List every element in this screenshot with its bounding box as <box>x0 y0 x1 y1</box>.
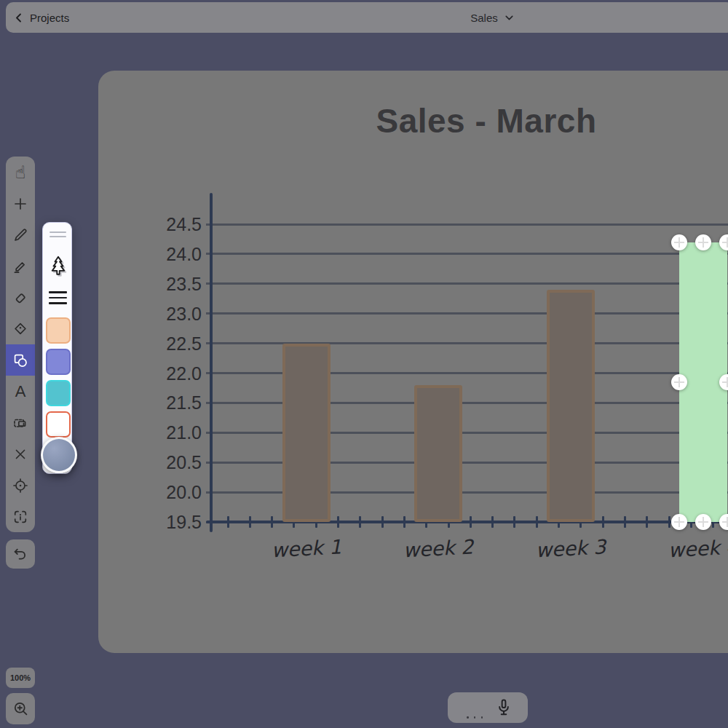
y-axis-label: 21.5 <box>157 392 202 414</box>
color-swatch-white[interactable] <box>46 411 71 438</box>
record-button[interactable] <box>467 699 482 714</box>
y-axis-label: 23.0 <box>157 304 202 325</box>
undo-button[interactable] <box>6 539 35 569</box>
zoom-level-badge: 100% <box>6 668 35 688</box>
y-axis-label: 22.5 <box>157 333 202 355</box>
x-axis-label: week 4 <box>655 535 728 563</box>
color-swatch-peach[interactable] <box>46 317 71 344</box>
touch-cursor-indicator <box>41 437 77 473</box>
y-axis-label: 24.0 <box>157 244 202 265</box>
gridline-y-23.0 <box>206 312 728 314</box>
x-axis-tick <box>359 516 361 528</box>
y-axis-label: 19.5 <box>157 512 202 533</box>
x-axis-tick <box>536 516 538 528</box>
microphone-icon <box>493 697 515 719</box>
hand-tool[interactable]: ☝ <box>6 157 35 188</box>
app-window: Projects Sales Sales - March 19.520.020.… <box>0 0 728 728</box>
top-bar: Projects Sales <box>6 2 728 33</box>
y-axis-label: 21.0 <box>157 422 202 443</box>
stroke-options-button[interactable] <box>49 291 67 308</box>
bar-week-1[interactable] <box>282 344 331 522</box>
x-axis-tick <box>491 516 494 528</box>
selection-handle[interactable] <box>671 514 687 530</box>
zoom-in-button[interactable] <box>6 693 35 724</box>
selection-handle[interactable] <box>671 234 687 250</box>
record-ellipsis-icon <box>467 716 483 719</box>
capture-info-tool[interactable] <box>6 501 35 532</box>
magnifier-plus-icon <box>12 700 30 718</box>
x-axis-tick <box>271 516 273 528</box>
gridline-y-23.5 <box>206 282 728 285</box>
highlighter-tool[interactable] <box>6 250 35 282</box>
delete-tool[interactable] <box>6 438 35 470</box>
color-swatch-teal[interactable] <box>46 380 71 406</box>
y-axis-label: 22.0 <box>157 363 202 384</box>
tree-shape-icon <box>47 254 70 282</box>
recorder-pill <box>448 692 528 723</box>
x-axis-tick <box>646 516 648 528</box>
panel-drag-handle[interactable] <box>50 232 66 240</box>
y-axis-label: 23.5 <box>157 274 202 295</box>
selection-handle[interactable] <box>671 374 687 390</box>
laser-pointer-tool[interactable] <box>6 470 35 501</box>
text-tool[interactable]: A <box>6 376 35 407</box>
x-axis-tick <box>227 516 229 528</box>
x-axis-tick <box>602 516 604 528</box>
x-axis-tick <box>403 516 405 528</box>
tool-rail: ☝A <box>6 157 35 532</box>
gridline-y-24.0 <box>206 253 728 255</box>
selection-tool[interactable] <box>6 407 35 438</box>
gridline-y-24.5 <box>206 223 728 226</box>
microphone-button[interactable] <box>493 697 515 721</box>
selection-handle[interactable] <box>695 514 711 530</box>
whiteboard-canvas[interactable] <box>98 71 728 653</box>
tree-shape-button[interactable] <box>45 252 71 284</box>
y-axis-label: 20.0 <box>157 482 202 503</box>
board-title-dropdown[interactable]: Sales <box>462 2 523 33</box>
add-content-tool[interactable] <box>6 188 35 219</box>
x-axis-tick <box>249 516 251 528</box>
bar-week-3[interactable] <box>547 290 595 522</box>
selection-handle[interactable] <box>695 234 711 250</box>
x-axis-tick <box>513 516 515 528</box>
bar-week-2[interactable] <box>414 385 462 522</box>
board-title: Sales <box>470 12 498 24</box>
y-axis-label: 24.5 <box>157 214 202 235</box>
x-axis-tick <box>470 516 472 528</box>
x-axis-tick <box>381 516 384 528</box>
y-axis-label: 20.5 <box>157 452 202 473</box>
chart-title: Sales - March <box>268 101 705 141</box>
fill-tool[interactable] <box>6 313 35 344</box>
undo-icon <box>12 545 29 563</box>
x-axis-tick <box>624 516 626 528</box>
y-axis-line <box>210 193 213 532</box>
color-swatch-periwinkle[interactable] <box>46 349 71 375</box>
x-axis-tick <box>337 516 339 528</box>
x-axis-tick <box>668 516 670 528</box>
chevron-down-icon <box>504 12 515 23</box>
back-to-projects-button[interactable]: Projects <box>13 2 69 33</box>
back-label: Projects <box>30 12 69 24</box>
shapes-tool[interactable] <box>6 344 35 376</box>
chevron-left-icon <box>13 12 25 23</box>
eraser-tool[interactable] <box>6 282 35 313</box>
pen-tool[interactable] <box>6 219 35 250</box>
selection-handle[interactable] <box>719 234 728 250</box>
